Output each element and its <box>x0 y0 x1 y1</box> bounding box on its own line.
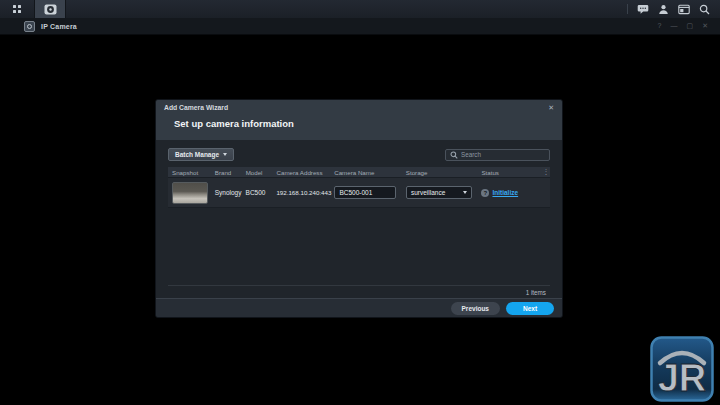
table-empty-area <box>168 208 550 285</box>
initialize-link[interactable]: Initialize <box>492 189 518 196</box>
main-menu-grid-icon <box>13 5 21 13</box>
surveillance-station-tab[interactable] <box>34 0 66 18</box>
window-help-icon[interactable]: ? <box>658 22 662 30</box>
dialog-footer: Previous Next <box>156 298 562 317</box>
screen: IP Camera ? — ▢ ✕ Add Camera Wizard ✕ Se… <box>0 0 720 405</box>
table-header: Snapshot Brand Model Camera Address Came… <box>168 167 550 178</box>
camera-table: Snapshot Brand Model Camera Address Came… <box>168 167 550 298</box>
chevron-down-icon <box>223 153 227 156</box>
jr-watermark-logo: JR <box>650 336 714 402</box>
search-icon <box>450 151 458 159</box>
window-maximize-icon[interactable]: ▢ <box>687 22 694 30</box>
window-controls: ? — ▢ ✕ <box>658 22 712 30</box>
search-input[interactable] <box>461 151 545 158</box>
dialog-close-icon[interactable]: ✕ <box>548 104 554 112</box>
camera-snapshot-thumbnail[interactable] <box>172 182 208 204</box>
cell-model: BC500 <box>242 189 273 196</box>
next-button[interactable]: Next <box>506 302 554 315</box>
main-menu-button[interactable] <box>0 0 34 18</box>
table-row[interactable]: Synology BC500 192.168.10.240:443 ✎ surv… <box>168 178 550 208</box>
camera-name-input[interactable] <box>334 186 396 199</box>
items-count-strip: 1 items <box>168 285 550 298</box>
window-titlebar: IP Camera ? — ▢ ✕ <box>0 18 720 35</box>
status-question-icon[interactable]: ? <box>481 189 489 197</box>
cell-brand: Synology <box>211 189 242 196</box>
add-camera-wizard-dialog: Add Camera Wizard ✕ Set up camera inform… <box>155 99 563 318</box>
col-header-snapshot[interactable]: Snapshot <box>168 169 211 176</box>
cell-camera-address: 192.168.10.240:443 <box>276 189 331 196</box>
dialog-body: Batch Manage Snapshot Brand Model Camer <box>156 140 562 298</box>
col-header-storage[interactable]: Storage <box>402 169 478 176</box>
topbar-separator <box>627 4 628 14</box>
chat-icon[interactable] <box>637 4 649 15</box>
window-close-icon[interactable]: ✕ <box>702 22 708 30</box>
col-header-brand[interactable]: Brand <box>211 169 242 176</box>
col-header-model[interactable]: Model <box>242 169 273 176</box>
search-icon[interactable] <box>699 4 710 15</box>
storage-select[interactable]: surveillance <box>406 186 472 199</box>
window-title: IP Camera <box>41 23 77 30</box>
jr-logo-text: JR <box>658 357 707 399</box>
dialog-heading: Set up camera information <box>156 115 562 140</box>
previous-button[interactable]: Previous <box>451 302 500 315</box>
col-header-status[interactable]: Status <box>477 169 542 176</box>
dialog-titlebar[interactable]: Add Camera Wizard ✕ <box>156 100 562 115</box>
col-header-camera-name[interactable]: Camera Name <box>330 169 402 176</box>
dialog-title: Add Camera Wizard <box>164 104 228 111</box>
window-minimize-icon[interactable]: — <box>671 22 678 30</box>
camera-app-icon <box>44 4 57 15</box>
storage-selected-value: surveillance <box>411 189 463 196</box>
batch-manage-label: Batch Manage <box>175 151 219 158</box>
dialog-toolbar: Batch Manage <box>168 148 550 161</box>
chevron-down-icon <box>463 191 467 194</box>
widgets-icon[interactable] <box>678 4 690 15</box>
items-count: 1 items <box>526 289 546 296</box>
col-header-camera-address[interactable]: Camera Address <box>272 169 330 176</box>
search-box[interactable] <box>445 149 550 161</box>
window-camera-icon <box>24 21 35 32</box>
user-icon[interactable] <box>658 4 669 15</box>
desktop-topbar <box>0 0 720 18</box>
column-menu-icon[interactable]: ⋮ <box>543 168 550 176</box>
batch-manage-button[interactable]: Batch Manage <box>168 148 234 161</box>
